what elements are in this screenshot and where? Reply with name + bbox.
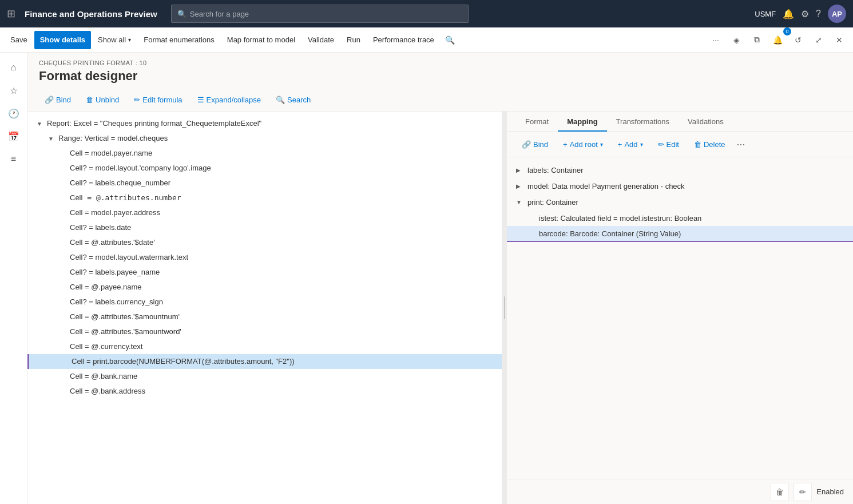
search-cmd-icon[interactable]: 🔍	[441, 31, 459, 49]
tree-text: Cell = model.payer.name	[70, 148, 152, 159]
save-button[interactable]: Save	[5, 31, 33, 49]
tab-transformations[interactable]: Transformations	[607, 112, 679, 132]
tree-item[interactable]: ▼Report: Excel = "Cheques printing forma…	[27, 116, 502, 131]
splitter[interactable]	[502, 112, 507, 504]
delete-label: Delete	[704, 140, 725, 149]
tree-item[interactable]: Cell = @.currency.text	[27, 339, 502, 354]
tree-item[interactable]: Cell? = labels.cheque_number	[27, 176, 502, 191]
show-all-button[interactable]: Show all ▾	[92, 31, 137, 49]
mapping-tree: ▶labels: Container▶model: Data model Pay…	[507, 157, 853, 479]
tab-validations[interactable]: Validations	[679, 112, 733, 132]
add-root-button[interactable]: + Add root ▾	[557, 136, 609, 152]
tree-text: Cell = @.bank.name	[70, 371, 137, 382]
notification-icon[interactable]: 🔔	[783, 9, 794, 19]
tree-item[interactable]: Cell = print.barcode(NUMBERFORMAT(@.attr…	[27, 354, 502, 369]
edit-button[interactable]: ✏ Edit	[652, 136, 685, 152]
tree-item[interactable]: Cell = @.attributes.'$amountnum'	[27, 309, 502, 324]
tree-item[interactable]: Cell = @.attributes.'$date'	[27, 235, 502, 250]
mapping-bind-icon: 🔗	[522, 140, 531, 149]
content-area: CHEQUES PRINTING FORMAT : 10 Format desi…	[27, 53, 853, 504]
mapping-item[interactable]: istest: Calculated field = model.istestr…	[507, 210, 853, 226]
search-bar[interactable]: 🔍	[171, 5, 469, 23]
run-button[interactable]: Run	[341, 31, 366, 49]
tree-item[interactable]: Cell = @.bank.address	[27, 384, 502, 399]
add-button[interactable]: + Add ▾	[612, 136, 649, 152]
add-icon: +	[618, 140, 622, 149]
expand-icon[interactable]: ⤢	[810, 31, 828, 49]
show-all-chevron: ▾	[128, 37, 131, 43]
diamond-icon[interactable]: ◈	[727, 31, 745, 49]
tree-text: Cell = @.attributes.number	[70, 192, 181, 204]
validate-button[interactable]: Validate	[302, 31, 340, 49]
tree-item[interactable]: Cell? = model.layout.'company logo'.imag…	[27, 161, 502, 176]
delete-icon: 🗑	[694, 140, 701, 149]
map-text: print: Container	[527, 198, 578, 207]
tree-text: Cell = @.currency.text	[70, 341, 142, 352]
search-input[interactable]	[190, 10, 462, 18]
tree-text: Cell? = labels.cheque_number	[70, 177, 170, 189]
unbind-tool-button[interactable]: 🗑 Unbind	[80, 92, 125, 108]
tree-item[interactable]: Cell = model.payer.name	[27, 146, 502, 161]
app-title: Finance and Operations Preview	[25, 9, 157, 19]
status-edit-icon[interactable]: ✏	[794, 483, 812, 501]
mapping-bind-label: Bind	[533, 140, 548, 149]
status-delete-icon[interactable]: 🗑	[771, 483, 789, 501]
tree-text: Report: Excel = "Cheques printing format…	[47, 118, 261, 129]
tree-item[interactable]: Cell? = labels.payee_name	[27, 265, 502, 280]
top-nav-right: USMF 🔔 ⚙ ? AP	[755, 5, 846, 23]
close-icon[interactable]: ✕	[830, 31, 848, 49]
sidebar-list-icon[interactable]: ≡	[3, 149, 24, 169]
mapping-item[interactable]: ▶model: Data model Payment generation - …	[507, 178, 853, 194]
settings-icon[interactable]: ⚙	[801, 9, 809, 19]
tree-item[interactable]: Cell = @.payee.name	[27, 280, 502, 295]
mapping-bind-button[interactable]: 🔗 Bind	[516, 136, 554, 152]
tree-item[interactable]: ▼Range: Vertical = model.cheques	[27, 131, 502, 146]
sidebar-recent-icon[interactable]: 🕐	[3, 103, 24, 124]
mapping-item[interactable]: ▼print: Container	[507, 194, 853, 210]
grid-icon[interactable]: ⊞	[7, 7, 15, 20]
sidebar-calendar-icon[interactable]: 📅	[3, 126, 24, 146]
delete-button[interactable]: 🗑 Delete	[688, 136, 731, 152]
tree-text: Cell = @.bank.address	[70, 386, 145, 397]
tree-item[interactable]: Cell = model.payer.address	[27, 205, 502, 220]
tree-item[interactable]: Cell = @.attributes.number	[27, 191, 502, 205]
show-details-button[interactable]: Show details	[34, 31, 91, 49]
performance-trace-button[interactable]: Performance trace	[367, 31, 440, 49]
tree-item[interactable]: Cell = @.bank.name	[27, 369, 502, 384]
tab-mapping[interactable]: Mapping	[558, 112, 606, 132]
edit-label: Edit	[666, 140, 679, 149]
bind-tool-button[interactable]: 🔗 Bind	[39, 92, 77, 108]
more-mapping-icon[interactable]: ···	[735, 138, 748, 150]
map-format-button[interactable]: Map format to model	[221, 31, 301, 49]
more-options-icon[interactable]: ···	[707, 31, 725, 49]
format-enumerations-button[interactable]: Format enumerations	[138, 31, 220, 49]
search-tool-button[interactable]: 🔍 Search	[270, 92, 316, 108]
expand-collapse-button[interactable]: ☰ Expand/collapse	[192, 92, 267, 108]
sidebar-home-icon[interactable]: ⌂	[3, 57, 24, 78]
tree-item[interactable]: Cell? = labels.currency_sign	[27, 295, 502, 309]
sidebar-star-icon[interactable]: ☆	[3, 80, 24, 101]
map-text: istest: Calculated field = model.istestr…	[539, 214, 701, 223]
tabs-bar: FormatMappingTransformationsValidations	[507, 112, 853, 132]
badge-count: 0	[783, 27, 791, 35]
tree-item[interactable]: Cell = @.attributes.'$amountword'	[27, 324, 502, 339]
help-icon[interactable]: ?	[816, 9, 821, 19]
edit-formula-button[interactable]: ✏ Edit formula	[128, 92, 188, 108]
tree-item[interactable]: Cell? = model.layout.watermark.text	[27, 250, 502, 265]
mapping-item[interactable]: ▶labels: Container	[507, 162, 853, 178]
mapping-item[interactable]: barcode: Barcode: Container (String Valu…	[507, 226, 853, 242]
tree-item[interactable]: Cell? = labels.date	[27, 220, 502, 235]
avatar[interactable]: AP	[828, 5, 846, 23]
add-label: Add	[624, 140, 637, 149]
edit-icon: ✏	[658, 140, 664, 149]
edit-formula-label: Edit formula	[142, 96, 182, 104]
refresh-icon[interactable]: ↺	[789, 31, 807, 49]
columns-icon[interactable]: ⧉	[748, 31, 766, 49]
format-tree: ▼Report: Excel = "Cheques printing forma…	[27, 112, 502, 504]
tree-text: Cell? = model.layout.'company logo'.imag…	[70, 162, 211, 174]
user-label: USMF	[755, 10, 776, 18]
tree-text: Cell = model.payer.address	[70, 207, 160, 219]
map-text: model: Data model Payment generation - c…	[527, 182, 685, 191]
add-root-label: Add root	[570, 140, 598, 149]
tab-format[interactable]: Format	[516, 112, 558, 132]
